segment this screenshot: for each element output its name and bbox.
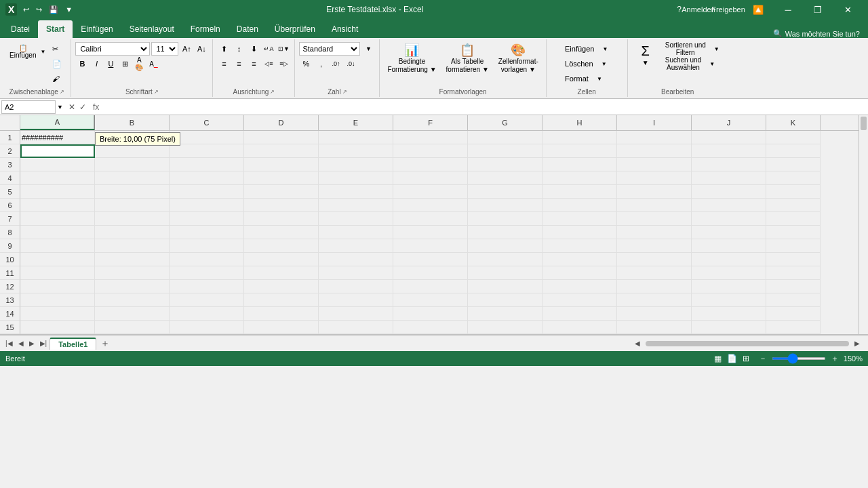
cell-A13[interactable] (20, 293, 95, 307)
cell-K7[interactable] (766, 212, 821, 226)
cell-D4[interactable] (244, 171, 319, 185)
cell-I15[interactable] (617, 321, 692, 334)
row-num-13[interactable]: 13 (0, 293, 20, 307)
zellen-loeschen-dropdown[interactable]: ▼ (597, 57, 611, 70)
cell-E11[interactable] (319, 266, 393, 280)
cell-I1[interactable] (617, 131, 692, 144)
cell-K9[interactable] (766, 239, 821, 253)
ausrichtung-expand[interactable]: ↗ (270, 89, 275, 95)
cell-I3[interactable] (617, 158, 692, 171)
zahl-expand[interactable]: ↗ (342, 89, 347, 95)
cell-J11[interactable] (692, 266, 766, 280)
col-header-g[interactable]: G (468, 115, 542, 130)
row-num-9[interactable]: 9 (0, 239, 20, 253)
cell-I6[interactable] (617, 199, 692, 212)
cell-J6[interactable] (692, 199, 766, 212)
row-num-14[interactable]: 14 (0, 307, 20, 321)
wrap-text-button[interactable]: ↵A (262, 42, 275, 56)
redo-button[interactable]: ↪ (34, 4, 44, 16)
increase-decimal-button[interactable]: .0↑ (329, 57, 342, 70)
cell-E8[interactable] (319, 226, 393, 239)
cell-C4[interactable] (170, 171, 244, 185)
col-header-j[interactable]: J (692, 115, 766, 130)
cell-F10[interactable] (393, 253, 468, 266)
cell-D5[interactable] (244, 185, 319, 199)
cell-K8[interactable] (766, 226, 821, 239)
qa-dropdown[interactable]: ▼ (63, 4, 75, 15)
cell-B4[interactable] (95, 171, 170, 185)
summe-button[interactable]: Σ ▼ (632, 42, 659, 68)
row-num-11[interactable]: 11 (0, 266, 20, 280)
cell-B5[interactable] (95, 185, 170, 199)
cell-E4[interactable] (319, 171, 393, 185)
cell-C13[interactable] (170, 293, 244, 307)
cell-D3[interactable] (244, 158, 319, 171)
row-num-7[interactable]: 7 (0, 212, 20, 226)
cell-F13[interactable] (393, 293, 468, 307)
cell-I10[interactable] (617, 253, 692, 266)
cell-K2[interactable] (766, 144, 821, 158)
cell-B13[interactable] (95, 293, 170, 307)
cell-F12[interactable] (393, 280, 468, 293)
restore-button[interactable]: ❐ (803, 0, 833, 19)
sortieren-button[interactable]: Sortieren undFiltern (662, 42, 709, 56)
tab-nav-last[interactable]: ▶| (37, 340, 50, 347)
cell-F14[interactable] (393, 307, 468, 321)
cell-G2[interactable] (468, 144, 542, 158)
cell-F4[interactable] (393, 171, 468, 185)
row-num-1[interactable]: 1 (0, 131, 20, 144)
name-box[interactable]: A2 (1, 100, 56, 114)
cell-J14[interactable] (692, 307, 766, 321)
cell-J3[interactable] (692, 158, 766, 171)
col-header-k[interactable]: K (766, 115, 821, 130)
number-format-expand[interactable]: ▼ (361, 42, 375, 56)
cell-D6[interactable] (244, 199, 319, 212)
format-button[interactable]: Format (561, 72, 592, 85)
align-right-button[interactable]: ≡ (247, 57, 260, 70)
row-num-3[interactable]: 3 (0, 158, 20, 171)
cell-E7[interactable] (319, 212, 393, 226)
cell-G4[interactable] (468, 171, 542, 185)
tab-nav-next[interactable]: ▶ (26, 340, 37, 347)
cell-J9[interactable] (692, 239, 766, 253)
h-scrollbar[interactable] (646, 341, 849, 346)
cell-H3[interactable] (542, 158, 617, 171)
cell-H11[interactable] (542, 266, 617, 280)
tab-nav-prev[interactable]: ◀ (16, 340, 26, 347)
cell-B14[interactable] (95, 307, 170, 321)
save-button[interactable]: 💾 (47, 4, 60, 16)
row-num-8[interactable]: 8 (0, 226, 20, 239)
minimize-button[interactable]: ─ (773, 0, 803, 19)
cell-B6[interactable] (95, 199, 170, 212)
cell-E6[interactable] (319, 199, 393, 212)
font-name-select[interactable]: Calibri (75, 42, 150, 56)
cell-A8[interactable] (20, 226, 95, 239)
close-button[interactable]: ✕ (833, 0, 863, 19)
fill-color-button[interactable]: A🎨 (132, 57, 146, 70)
formula-input[interactable] (102, 103, 867, 111)
cell-G7[interactable] (468, 212, 542, 226)
freigeben-button[interactable]: Freigeben (713, 0, 743, 19)
cell-I8[interactable] (617, 226, 692, 239)
align-center-button[interactable]: ≡ (232, 57, 245, 70)
zellen-einfuegen-dropdown[interactable]: ▼ (598, 42, 612, 56)
cell-H1[interactable] (542, 131, 617, 144)
cell-E10[interactable] (319, 253, 393, 266)
border-button[interactable]: ⊞ (118, 57, 132, 70)
cell-D2[interactable] (244, 144, 319, 158)
cell-I12[interactable] (617, 280, 692, 293)
cell-I9[interactable] (617, 239, 692, 253)
merge-button[interactable]: ⊡▼ (277, 42, 290, 56)
cell-B15[interactable] (95, 321, 170, 334)
cell-G15[interactable] (468, 321, 542, 334)
h-scroll-right[interactable]: ▶ (852, 340, 863, 347)
cell-B8[interactable] (95, 226, 170, 239)
cell-C10[interactable] (170, 253, 244, 266)
align-top-button[interactable]: ⬆ (217, 42, 231, 56)
underline-button[interactable]: U (104, 57, 117, 70)
italic-button[interactable]: I (90, 57, 103, 70)
cell-K12[interactable] (766, 280, 821, 293)
cell-E13[interactable] (319, 293, 393, 307)
col-header-e[interactable]: E (319, 115, 393, 130)
cell-I4[interactable] (617, 171, 692, 185)
